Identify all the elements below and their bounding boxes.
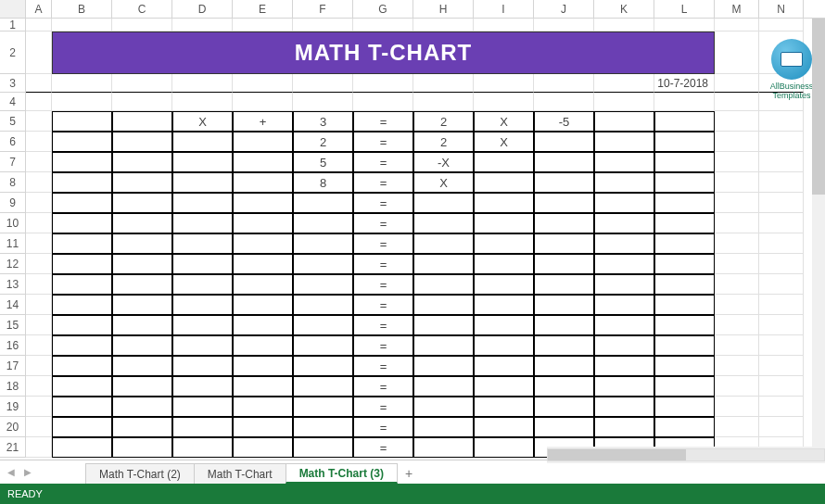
cell-K18[interactable] — [594, 376, 654, 397]
row-header-4[interactable]: 4 — [0, 93, 26, 111]
cell-B18[interactable] — [52, 376, 112, 397]
cell-I15[interactable] — [474, 315, 534, 335]
cell-G3[interactable] — [353, 74, 413, 93]
cell-C12[interactable] — [112, 254, 172, 274]
cell-D18[interactable] — [172, 376, 233, 397]
cell-B12[interactable] — [52, 254, 112, 274]
cell-C13[interactable] — [112, 274, 172, 295]
cell-K1[interactable] — [594, 19, 654, 32]
cell-L19[interactable] — [654, 397, 715, 417]
cell-H10[interactable] — [413, 213, 474, 233]
column-header-K[interactable]: K — [594, 0, 654, 18]
cell-A20[interactable] — [26, 417, 52, 437]
cell-K7[interactable] — [594, 152, 654, 172]
cell-N15[interactable] — [759, 315, 804, 335]
cell-G20[interactable]: = — [353, 417, 413, 437]
cell-C1[interactable] — [112, 19, 172, 32]
vertical-scrollbar[interactable] — [812, 19, 825, 460]
cell-B7[interactable] — [52, 152, 112, 172]
cell-M8[interactable] — [715, 172, 759, 193]
cell-H13[interactable] — [413, 274, 474, 295]
cell-N18[interactable] — [759, 376, 804, 397]
cell-I20[interactable] — [474, 417, 534, 437]
cell-I9[interactable] — [474, 193, 534, 213]
cell-L13[interactable] — [654, 274, 715, 295]
cell-E20[interactable] — [233, 417, 293, 437]
cell-M1[interactable] — [715, 19, 759, 32]
cell-M18[interactable] — [715, 376, 759, 397]
cell-F16[interactable] — [293, 335, 353, 356]
cell-M5[interactable] — [715, 111, 759, 132]
cell-E21[interactable] — [233, 437, 293, 458]
column-header-D[interactable]: D — [172, 0, 233, 18]
cell-E9[interactable] — [233, 193, 293, 213]
cell-K20[interactable] — [594, 417, 654, 437]
row-header-9[interactable]: 9 — [0, 193, 26, 213]
cell-G9[interactable]: = — [353, 193, 413, 213]
cell-H14[interactable] — [413, 295, 474, 315]
cell-N14[interactable] — [759, 295, 804, 315]
cell-M17[interactable] — [715, 356, 759, 376]
date-cell[interactable]: 10-7-2018 — [654, 74, 715, 93]
cell-F14[interactable] — [293, 295, 353, 315]
cell-A15[interactable] — [26, 315, 52, 335]
cell-K12[interactable] — [594, 254, 654, 274]
cell-B1[interactable] — [52, 19, 112, 32]
cell-D14[interactable] — [172, 295, 233, 315]
cell-I16[interactable] — [474, 335, 534, 356]
cell-F4[interactable] — [293, 93, 353, 111]
column-header-I[interactable]: I — [474, 0, 534, 18]
cell-K13[interactable] — [594, 274, 654, 295]
sheet-tab-2[interactable]: Math T-Chart (3) — [286, 463, 398, 484]
cell-I4[interactable] — [474, 93, 534, 111]
cell-N17[interactable] — [759, 356, 804, 376]
cell-C8[interactable] — [112, 172, 172, 193]
cell-B6[interactable] — [52, 132, 112, 152]
select-all-corner[interactable] — [0, 0, 26, 18]
cell-G15[interactable]: = — [353, 315, 413, 335]
cell-K6[interactable] — [594, 132, 654, 152]
row-header-7[interactable]: 7 — [0, 152, 26, 172]
cell-G10[interactable]: = — [353, 213, 413, 233]
column-header-F[interactable]: F — [293, 0, 353, 18]
cell-C14[interactable] — [112, 295, 172, 315]
cell-I12[interactable] — [474, 254, 534, 274]
tab-nav-prev-icon[interactable]: ◀ — [4, 467, 19, 477]
cell-C21[interactable] — [112, 437, 172, 458]
cell-E8[interactable] — [233, 172, 293, 193]
cell-M16[interactable] — [715, 335, 759, 356]
cell-C18[interactable] — [112, 376, 172, 397]
cell-G4[interactable] — [353, 93, 413, 111]
cell-L11[interactable] — [654, 233, 715, 254]
cell-I17[interactable] — [474, 356, 534, 376]
cell-F10[interactable] — [293, 213, 353, 233]
cell-L9[interactable] — [654, 193, 715, 213]
cell-G18[interactable]: = — [353, 376, 413, 397]
cell-F17[interactable] — [293, 356, 353, 376]
cell-B11[interactable] — [52, 233, 112, 254]
cell-M19[interactable] — [715, 397, 759, 417]
cell-G17[interactable]: = — [353, 356, 413, 376]
cell-E5[interactable]: + — [233, 111, 293, 132]
cell-A14[interactable] — [26, 295, 52, 315]
cell-H20[interactable] — [413, 417, 474, 437]
cell-N1[interactable] — [759, 19, 804, 32]
cell-L12[interactable] — [654, 254, 715, 274]
cell-M14[interactable] — [715, 295, 759, 315]
cell-D10[interactable] — [172, 213, 233, 233]
cell-K15[interactable] — [594, 315, 654, 335]
cell-L14[interactable] — [654, 295, 715, 315]
cell-G11[interactable]: = — [353, 233, 413, 254]
cell-H3[interactable] — [413, 74, 474, 93]
cell-H4[interactable] — [413, 93, 474, 111]
cell-C19[interactable] — [112, 397, 172, 417]
cell-B3[interactable] — [52, 74, 112, 93]
cell-J17[interactable] — [534, 356, 594, 376]
cell-K4[interactable] — [594, 93, 654, 111]
row-header-6[interactable]: 6 — [0, 132, 26, 152]
row-header-13[interactable]: 13 — [0, 274, 26, 295]
cell-N13[interactable] — [759, 274, 804, 295]
cell-M15[interactable] — [715, 315, 759, 335]
cell-K14[interactable] — [594, 295, 654, 315]
cell-E3[interactable] — [233, 74, 293, 93]
